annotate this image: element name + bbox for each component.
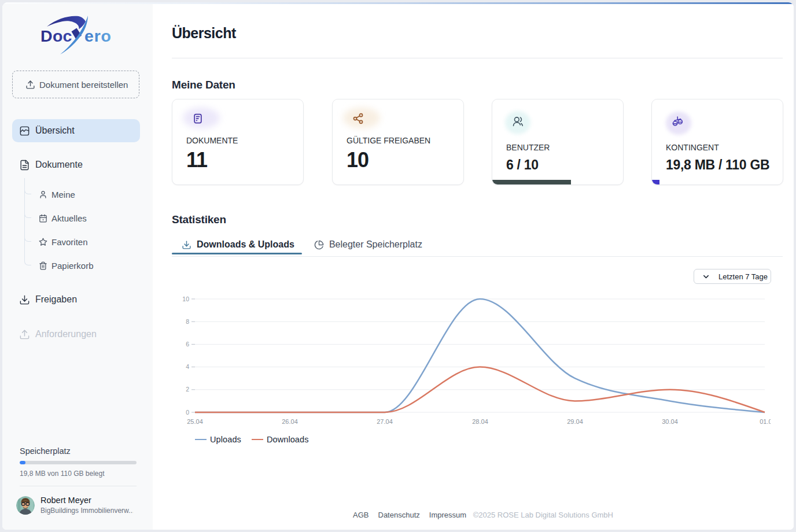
svg-text:10: 10 (182, 295, 189, 302)
svg-text:ero: ero (84, 27, 112, 45)
svg-text:26.04: 26.04 (282, 418, 298, 425)
svg-text:6: 6 (186, 341, 189, 348)
svg-text:2: 2 (186, 386, 189, 393)
svg-text:27.04: 27.04 (377, 418, 393, 425)
svg-text:4: 4 (186, 363, 189, 370)
svg-text:8: 8 (186, 318, 189, 325)
svg-text:0: 0 (186, 409, 189, 416)
svg-text:25.04: 25.04 (187, 418, 203, 425)
svg-text:28.04: 28.04 (472, 418, 488, 425)
svg-text:29.04: 29.04 (567, 418, 583, 425)
svg-text:01.05: 01.05 (760, 418, 771, 425)
svg-text:Doc: Doc (40, 27, 72, 45)
svg-text:30.04: 30.04 (662, 418, 678, 425)
